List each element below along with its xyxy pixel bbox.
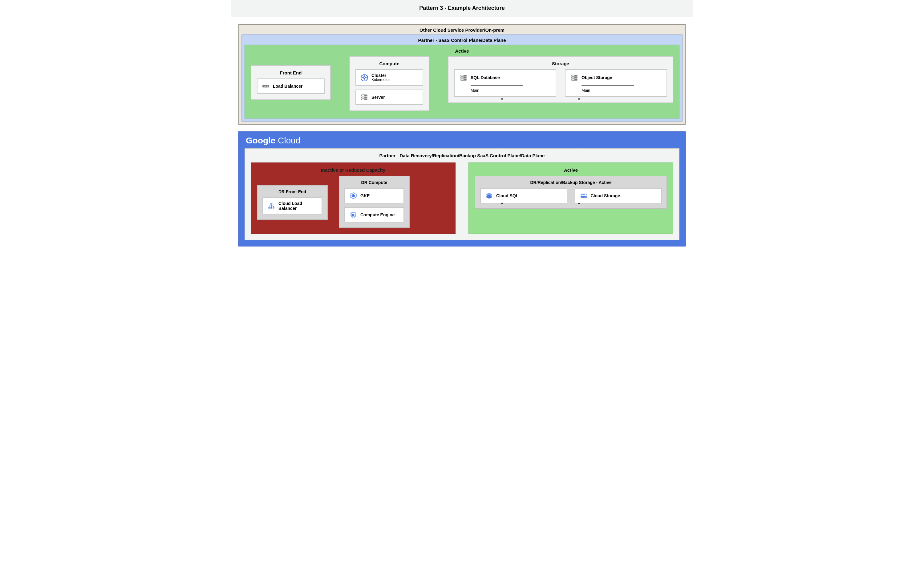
svg-rect-21	[461, 79, 464, 80]
gce-label: Compute Engine	[360, 212, 394, 217]
storage-box: Storage SQL Database Main	[448, 56, 673, 103]
active-top-title: Active	[251, 45, 673, 56]
object-storage-icon	[570, 74, 578, 82]
load-balancer-icon	[262, 82, 270, 90]
cloud-sql-chip: Cloud SQL	[480, 188, 567, 203]
cloud-load-balancer-icon	[267, 202, 275, 210]
sql-title: SQL Database	[471, 75, 500, 80]
cloud-storage-icon	[580, 192, 588, 200]
dr-storage-box: DR/Replication/Backup Storage - Active C…	[475, 176, 667, 209]
front-end-box: Front End Load Balancer	[251, 65, 331, 100]
svg-rect-31	[273, 207, 274, 208]
diagram-body: Other Cloud Service Provider/On-prem Par…	[231, 17, 693, 254]
dr-storage-title: DR/Replication/Backup Storage - Active	[480, 176, 662, 188]
svg-rect-30	[270, 207, 272, 208]
inactive-title: Inactive or Reduced Capacity	[257, 163, 449, 176]
svg-rect-19	[461, 76, 464, 76]
kubernetes-icon	[360, 74, 368, 82]
svg-point-2	[265, 85, 266, 87]
diagram-title: Pattern 3 - Example Architecture	[231, 0, 693, 17]
front-end-title: Front End	[257, 66, 325, 79]
gke-icon	[349, 192, 357, 200]
cloud-load-balancer-chip: Cloud Load Balancer	[262, 197, 322, 214]
compute-box: Compute Cluster Kubernetes Server	[349, 56, 429, 111]
gke-label: GKE	[360, 193, 370, 198]
svg-rect-27	[572, 79, 574, 80]
database-icon	[460, 74, 468, 82]
server-icon	[360, 93, 368, 101]
svg-marker-38	[352, 194, 355, 197]
cloud-storage-label: Cloud Storage	[591, 193, 620, 198]
saas-container: Partner - SaaS Control Plane/Data Plane …	[241, 34, 683, 122]
dr-compute-title: DR Compute	[344, 176, 404, 188]
cloud-sql-label: Cloud SQL	[496, 193, 519, 198]
cloud-sql-icon	[485, 192, 493, 200]
active-right-container: Active DR/Replication/Backup Storage - A…	[468, 163, 673, 234]
partner-dr-container: Partner - Data Recovery/Replication/Back…	[244, 148, 680, 240]
svg-rect-26	[572, 77, 574, 78]
active-right-title: Active	[475, 163, 667, 176]
svg-point-5	[363, 77, 366, 79]
inactive-container: Inactive or Reduced Capacity DR Front En…	[251, 163, 456, 234]
storage-title: Storage	[454, 56, 667, 69]
svg-point-54	[585, 196, 586, 197]
obj-title: Object Storage	[582, 75, 612, 80]
svg-rect-40	[352, 214, 354, 216]
compute-title: Compute	[355, 56, 423, 69]
compute-engine-icon	[349, 211, 357, 219]
cluster-label: Cluster Kubernetes	[372, 73, 390, 82]
server-label: Server	[372, 95, 385, 100]
active-top-container: Active Front End Load Balancer	[244, 45, 680, 118]
compute-engine-chip: Compute Engine	[344, 207, 404, 222]
svg-point-3	[267, 85, 268, 87]
svg-point-53	[585, 194, 586, 195]
saas-title: Partner - SaaS Control Plane/Data Plane	[244, 35, 680, 44]
google-cloud-container: Google Cloud Partner - Data Recovery/Rep…	[238, 131, 686, 247]
partner-dr-title: Partner - Data Recovery/Replication/Back…	[251, 148, 673, 163]
svg-rect-28	[270, 203, 273, 204]
obj-sub: Main	[582, 85, 634, 93]
cluster-chip: Cluster Kubernetes	[355, 69, 423, 86]
sql-database-card: SQL Database Main	[454, 69, 556, 97]
load-balancer-chip: Load Balancer	[257, 79, 325, 94]
google-cloud-logo: Google Cloud	[244, 135, 680, 148]
sql-sub: Main	[471, 85, 523, 93]
svg-rect-20	[461, 77, 464, 78]
csp-container: Other Cloud Service Provider/On-prem Par…	[238, 24, 686, 125]
diagram-canvas: Pattern 3 - Example Architecture Other C…	[231, 0, 693, 254]
svg-rect-14	[362, 97, 364, 98]
cloud-storage-chip: Cloud Storage	[575, 188, 662, 203]
svg-rect-25	[572, 76, 574, 76]
object-storage-card: Object Storage Main	[565, 69, 667, 97]
dr-frontend-box: DR Front End Cloud Load Balancer	[257, 185, 328, 220]
clb-label: Cloud Load Balancer	[278, 201, 317, 211]
svg-point-1	[264, 85, 265, 87]
svg-rect-15	[362, 99, 364, 100]
svg-rect-13	[362, 95, 364, 96]
server-chip: Server	[355, 90, 423, 105]
svg-rect-29	[268, 207, 270, 208]
dr-frontend-title: DR Front End	[262, 185, 322, 197]
dr-compute-box: DR Compute GKE Compute Engine	[339, 176, 410, 228]
csp-title: Other Cloud Service Provider/On-prem	[241, 25, 683, 34]
active-top-row: Front End Load Balancer Compute	[251, 56, 673, 111]
gke-chip: GKE	[344, 188, 404, 203]
load-balancer-label: Load Balancer	[273, 84, 302, 89]
